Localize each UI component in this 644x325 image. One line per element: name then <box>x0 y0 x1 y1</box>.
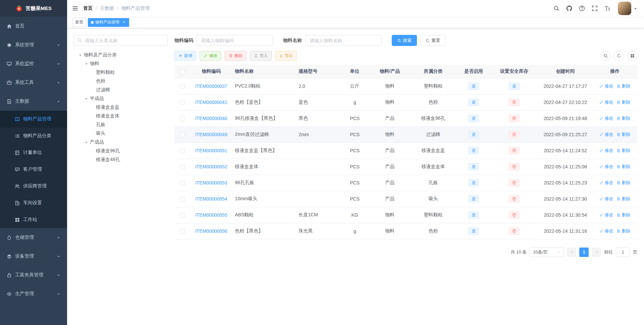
tree-node[interactable]: 塑料颗粒 <box>74 68 168 77</box>
add-button[interactable]: 新增 <box>174 51 196 61</box>
edit-button[interactable]: 修改 <box>200 51 221 61</box>
sidebar-item-customer-mgmt[interactable]: 客户管理 <box>0 161 67 178</box>
sidebar-item-system-tools[interactable]: 系统工具 <box>0 73 67 92</box>
material-code-link[interactable]: ITEM00000054 <box>195 196 227 202</box>
material-code-link[interactable]: ITEM00000037 <box>195 84 227 89</box>
sidebar-item-home[interactable]: 首页 <box>0 17 67 36</box>
tab-material-product-mgmt[interactable]: 物料产品管理× <box>88 18 129 27</box>
user-menu[interactable] <box>618 2 637 15</box>
edit-row-button[interactable]: 修改 <box>599 212 613 218</box>
tree-node[interactable]: 色粉 <box>74 77 168 86</box>
sidebar-item-master-data[interactable]: 主数据 <box>0 92 67 111</box>
edit-row-button[interactable]: 修改 <box>599 228 613 234</box>
tree-node[interactable]: 半成品 <box>74 94 168 103</box>
row-checkbox[interactable] <box>180 165 185 169</box>
material-code-link[interactable]: ITEM00000049 <box>195 132 227 137</box>
page-size-select[interactable]: 10条/页 <box>530 248 564 257</box>
delete-row-button[interactable]: 删除 <box>616 131 630 138</box>
export-button[interactable]: 导出 <box>275 51 297 61</box>
edit-row-button[interactable]: 修改 <box>599 115 613 121</box>
tree-node[interactable]: 孔板 <box>74 120 168 129</box>
import-button[interactable]: 导入 <box>250 51 272 61</box>
material-name-input[interactable] <box>305 35 382 46</box>
material-code-link[interactable]: ITEM00000041 <box>195 100 227 105</box>
sidebar-item-system-monitor[interactable]: 系统监控 <box>0 54 67 73</box>
sidebar-item-material-product-mgmt[interactable]: 物料产品管理 <box>0 111 67 127</box>
material-code-link[interactable]: ITEM00000051 <box>195 148 227 153</box>
delete-row-button[interactable]: 删除 <box>616 228 630 234</box>
sidebar-item-workstation[interactable]: 工作站 <box>0 211 67 228</box>
reset-button[interactable]: 重置 <box>420 35 445 46</box>
search-button[interactable]: 搜索 <box>392 35 417 46</box>
row-checkbox[interactable] <box>180 100 185 105</box>
row-checkbox[interactable] <box>180 229 185 234</box>
prev-page-button[interactable] <box>567 248 576 257</box>
delete-row-button[interactable]: 删除 <box>616 180 630 186</box>
row-checkbox[interactable] <box>180 181 185 185</box>
row-checkbox[interactable] <box>180 197 185 202</box>
tree-node[interactable]: 吸头 <box>74 129 168 138</box>
delete-button[interactable]: 删除 <box>225 51 247 61</box>
edit-row-button[interactable]: 修改 <box>599 131 613 138</box>
select-all-checkbox[interactable] <box>180 69 185 74</box>
edit-row-button[interactable]: 修改 <box>599 83 613 89</box>
sidebar-item-supplier-mgmt[interactable]: 供应商管理 <box>0 178 67 195</box>
sidebar-item-fixture-mgmt[interactable]: 工装夹具管理 <box>0 266 67 284</box>
header-search-icon[interactable] <box>550 0 563 17</box>
caret-expanded-icon[interactable] <box>76 53 84 57</box>
edit-row-button[interactable]: 修改 <box>599 196 613 202</box>
delete-row-button[interactable]: 删除 <box>616 212 630 218</box>
sidebar-item-workshop-settings[interactable]: 车间设置 <box>0 195 67 211</box>
sidebar-item-warehouse-mgmt[interactable]: 仓储管理 <box>0 228 67 247</box>
row-checkbox[interactable] <box>180 149 185 153</box>
material-code-link[interactable]: ITEM00000053 <box>195 180 227 185</box>
tree-node[interactable]: 移液盒96孔 <box>74 147 168 155</box>
next-page-button[interactable] <box>592 248 601 257</box>
tree-node[interactable]: 移液盒48孔 <box>74 155 168 164</box>
tree-node[interactable]: 物料及产品分类 <box>74 51 168 59</box>
goto-page-input[interactable] <box>616 248 630 257</box>
caret-expanded-icon[interactable] <box>83 97 90 101</box>
delete-row-button[interactable]: 删除 <box>616 148 630 154</box>
row-checkbox[interactable] <box>180 116 185 121</box>
caret-expanded-icon[interactable] <box>83 141 90 144</box>
category-search-input[interactable] <box>74 35 168 46</box>
fullscreen-icon[interactable] <box>588 0 601 17</box>
app-logo[interactable]: K 苦糖果MES <box>0 0 67 17</box>
tree-node[interactable]: 移液盒盒体 <box>74 112 168 120</box>
sidebar-item-measure-unit[interactable]: 计量单位 <box>0 144 67 161</box>
delete-row-button[interactable]: 删除 <box>616 99 630 105</box>
tree-node[interactable]: 移液盒盒盖 <box>74 103 168 112</box>
delete-row-button[interactable]: 删除 <box>616 196 630 202</box>
sidebar-item-system-mgmt[interactable]: 系统管理 <box>0 36 67 54</box>
row-checkbox[interactable] <box>180 84 185 89</box>
edit-row-button[interactable]: 修改 <box>599 180 613 186</box>
material-code-link[interactable]: ITEM00000046 <box>195 116 227 121</box>
close-icon[interactable]: × <box>121 20 126 25</box>
material-code-link[interactable]: ITEM00000055 <box>195 212 227 218</box>
edit-row-button[interactable]: 修改 <box>599 148 613 154</box>
page-1-button[interactable]: 1 <box>579 248 589 257</box>
caret-expanded-icon[interactable] <box>83 62 90 66</box>
material-code-link[interactable]: ITEM00000052 <box>195 164 227 169</box>
row-checkbox[interactable] <box>180 213 185 218</box>
hamburger-icon[interactable] <box>67 0 83 17</box>
row-checkbox[interactable] <box>180 132 185 137</box>
tree-node[interactable]: 过滤棉 <box>74 86 168 94</box>
material-code-input[interactable] <box>197 35 273 46</box>
toggle-search-button[interactable] <box>600 51 610 61</box>
breadcrumb-item[interactable]: 首页 <box>83 5 93 11</box>
help-icon[interactable] <box>576 0 588 17</box>
delete-row-button[interactable]: 删除 <box>616 164 630 170</box>
sidebar-item-production-mgmt[interactable]: 生产管理 <box>0 284 67 303</box>
tree-node[interactable]: 物料 <box>74 59 168 68</box>
edit-row-button[interactable]: 修改 <box>599 164 613 170</box>
edit-row-button[interactable]: 修改 <box>599 99 613 105</box>
tab-home[interactable]: 首页 <box>72 18 86 27</box>
github-icon[interactable] <box>563 0 576 17</box>
refresh-table-button[interactable] <box>614 51 624 61</box>
sidebar-item-equipment-mgmt[interactable]: 设备管理 <box>0 247 67 266</box>
delete-row-button[interactable]: 删除 <box>616 115 630 121</box>
material-code-link[interactable]: ITEM00000056 <box>195 228 227 234</box>
tree-node[interactable]: 产成品 <box>74 138 168 147</box>
